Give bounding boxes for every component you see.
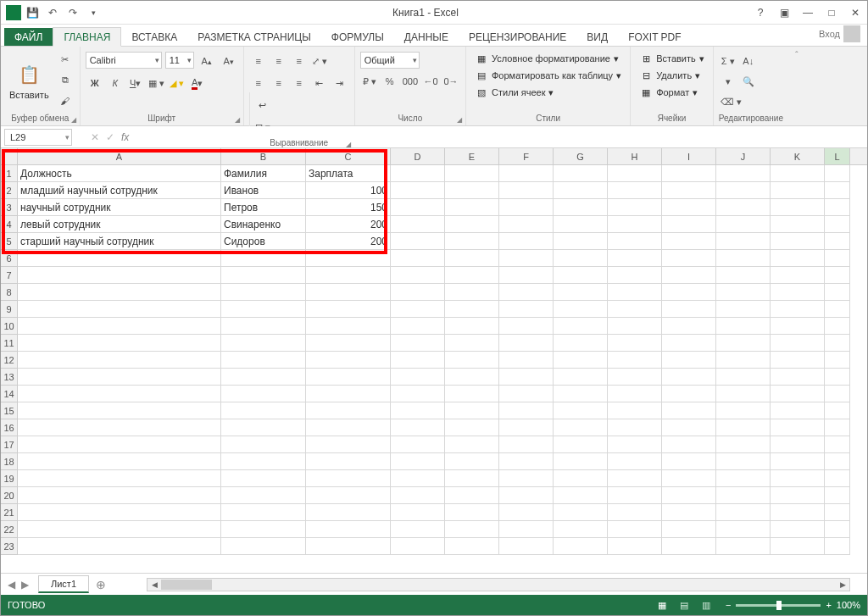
cell[interactable]	[18, 386, 221, 402]
cell[interactable]	[771, 233, 825, 250]
cell[interactable]	[221, 402, 306, 419]
page-break-view-icon[interactable]: ▥	[695, 597, 717, 613]
cell[interactable]	[662, 487, 716, 504]
minimize-icon[interactable]: —	[796, 3, 820, 23]
cell[interactable]	[499, 521, 554, 538]
cell[interactable]	[445, 504, 499, 521]
cell[interactable]	[445, 233, 499, 250]
cell[interactable]	[662, 538, 716, 555]
cell[interactable]	[499, 470, 554, 487]
row-header[interactable]: 19	[1, 470, 18, 487]
cell[interactable]	[221, 386, 306, 402]
cell[interactable]	[18, 487, 221, 504]
cell[interactable]	[608, 318, 662, 335]
cell[interactable]: левый сотрудник	[18, 216, 221, 233]
row-header[interactable]: 1	[1, 165, 18, 182]
cell[interactable]	[825, 538, 850, 555]
cell[interactable]	[608, 504, 662, 521]
cell[interactable]	[716, 453, 771, 470]
cell[interactable]	[554, 504, 608, 521]
row-header[interactable]: 9	[1, 301, 18, 318]
cell[interactable]: научный сотрудник	[18, 199, 221, 216]
cell[interactable]	[445, 250, 499, 267]
cell[interactable]	[608, 182, 662, 199]
align-center-icon[interactable]: ≡	[270, 74, 288, 92]
row-header[interactable]: 3	[1, 199, 18, 216]
cell[interactable]	[716, 284, 771, 301]
align-right-icon[interactable]: ≡	[290, 74, 309, 92]
cell[interactable]	[306, 538, 391, 555]
cell[interactable]	[391, 250, 445, 267]
cell[interactable]	[608, 199, 662, 216]
row-header[interactable]: 21	[1, 504, 18, 521]
cell[interactable]	[18, 250, 221, 267]
undo-icon[interactable]: ↶	[43, 3, 62, 22]
cell[interactable]: Сидоров	[221, 233, 306, 250]
column-header-A[interactable]: A	[18, 148, 221, 164]
cell[interactable]	[662, 386, 716, 402]
row-header[interactable]: 18	[1, 453, 18, 470]
orientation-icon[interactable]: ⤢ ▾	[310, 52, 329, 70]
cell[interactable]	[445, 182, 499, 199]
cell[interactable]	[306, 318, 391, 335]
cell[interactable]	[18, 419, 221, 436]
column-header-J[interactable]: J	[716, 148, 771, 164]
cell[interactable]	[662, 267, 716, 284]
cell[interactable]	[716, 538, 771, 555]
cell[interactable]	[306, 504, 391, 521]
cell[interactable]	[825, 182, 850, 199]
cell[interactable]	[554, 335, 608, 352]
cell[interactable]	[662, 369, 716, 386]
cell[interactable]	[499, 419, 554, 436]
comma-icon[interactable]: 000	[401, 72, 420, 91]
cell[interactable]	[499, 335, 554, 352]
cell[interactable]	[716, 419, 771, 436]
align-bottom-icon[interactable]: ≡	[290, 52, 309, 70]
cell[interactable]	[306, 250, 391, 267]
close-icon[interactable]: ✕	[843, 3, 867, 23]
cell[interactable]	[306, 352, 391, 369]
cell[interactable]	[554, 216, 608, 233]
cell[interactable]	[445, 487, 499, 504]
cell[interactable]	[221, 250, 306, 267]
cell[interactable]	[445, 538, 499, 555]
tab-data[interactable]: ДАННЫЕ	[394, 28, 459, 46]
cell[interactable]	[825, 436, 850, 453]
column-header-L[interactable]: L	[825, 148, 850, 164]
cell[interactable]	[608, 352, 662, 369]
cell[interactable]	[221, 318, 306, 335]
cell[interactable]: 200	[306, 233, 391, 250]
cut-icon[interactable]: ✂	[56, 51, 75, 69]
cell[interactable]	[499, 250, 554, 267]
sort-filter-icon[interactable]: A↓	[739, 52, 758, 70]
cell[interactable]	[771, 402, 825, 419]
format-cells-button[interactable]: ▦Формат ▾	[636, 84, 701, 101]
sign-in[interactable]: Вход	[812, 22, 867, 46]
cell[interactable]	[306, 470, 391, 487]
row-header[interactable]: 5	[1, 233, 18, 250]
increase-font-icon[interactable]: A▴	[198, 52, 216, 70]
cell[interactable]	[554, 199, 608, 216]
cell[interactable]	[716, 216, 771, 233]
cell[interactable]	[716, 436, 771, 453]
cell[interactable]	[221, 487, 306, 504]
cell[interactable]	[608, 538, 662, 555]
cell[interactable]	[445, 301, 499, 318]
cell[interactable]	[445, 521, 499, 538]
row-header[interactable]: 11	[1, 335, 18, 352]
cell[interactable]	[391, 182, 445, 199]
cell[interactable]	[608, 284, 662, 301]
cell[interactable]	[662, 436, 716, 453]
cell[interactable]	[662, 419, 716, 436]
cell[interactable]	[306, 369, 391, 386]
cell[interactable]	[662, 470, 716, 487]
paste-button[interactable]: 📋 Вставить	[6, 53, 53, 108]
cell[interactable]	[499, 233, 554, 250]
row-header[interactable]: 14	[1, 386, 18, 402]
cell[interactable]	[391, 165, 445, 182]
row-header[interactable]: 20	[1, 487, 18, 504]
font-name-select[interactable]: Calibri	[86, 52, 162, 69]
cell[interactable]	[608, 301, 662, 318]
cell[interactable]	[716, 199, 771, 216]
cell[interactable]	[716, 402, 771, 419]
